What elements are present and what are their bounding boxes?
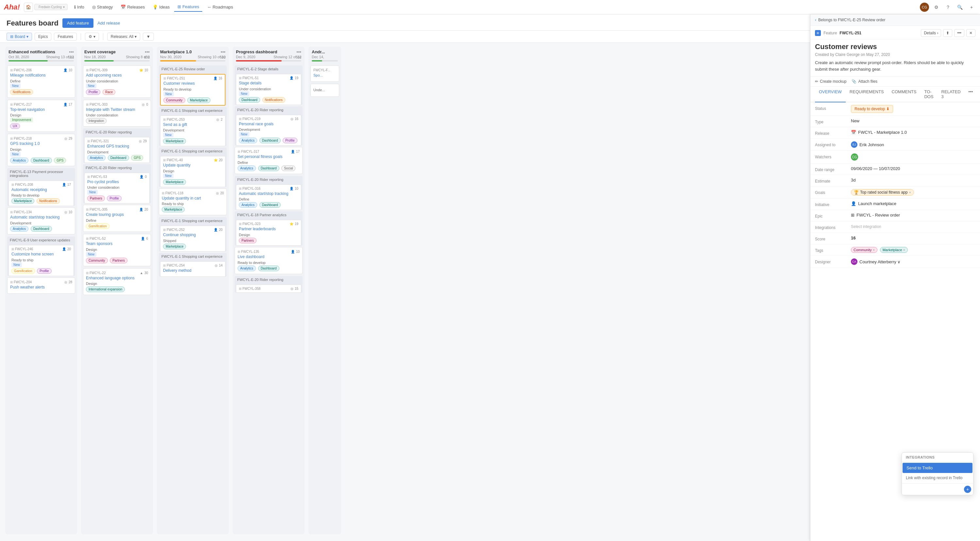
tags-label: Tags xyxy=(815,247,851,253)
assigned-value[interactable]: Erik Johnson xyxy=(859,142,884,147)
add-icon[interactable]: + xyxy=(967,3,976,12)
inner-card-fwcyl-316[interactable]: ⊞FWCYL-316 👤10 Automatic start/stop trac… xyxy=(236,185,301,210)
card-title[interactable]: GPS tracking 1.0 xyxy=(10,141,72,147)
integrations-placeholder[interactable]: Select integration xyxy=(851,224,881,229)
card-fwcyl-134[interactable]: ⊞FWCYL-134 ◎10 Automatic start/stop trac… xyxy=(7,207,75,235)
close-button[interactable]: ✕ xyxy=(966,29,975,37)
inner-card-fwcyl-40[interactable]: ⊞FWCYL-40 ⭐20 Update quantity Design New… xyxy=(160,156,226,187)
watchers-label: Watchers xyxy=(815,153,851,159)
tab-related[interactable]: RELATED 3 xyxy=(937,87,965,102)
card-fwcyl-22[interactable]: ⊞FWCYL-22 ▲30 Enhanced language options … xyxy=(83,268,151,295)
epic-label: Epic xyxy=(815,212,851,219)
link-existing-text[interactable]: Link with existing record in Trello xyxy=(902,474,973,484)
tab-more-icon[interactable]: ••• xyxy=(965,87,977,102)
card-fwcyl-317[interactable]: ⊞FWCYL-317 👤17 Set personal fitness goal… xyxy=(235,147,302,174)
attach-files-button[interactable]: 📎 Attach files xyxy=(851,79,877,84)
card-group-fwcyl-e-13: FWCYL-E-13 Payment processor integration… xyxy=(7,168,75,206)
create-mockup-button[interactable]: ✏ Create mockup xyxy=(815,79,846,84)
inner-card-fwcyl-358[interactable]: ⊞FWCYL-358 ◎15 xyxy=(236,284,301,293)
breadcrumb-back-icon[interactable]: ‹ xyxy=(815,18,816,22)
more-button[interactable]: ••• xyxy=(954,29,964,37)
date-value[interactable]: 09/06/2020 — 10/07/2020 xyxy=(851,166,900,171)
field-designer: Designer CA Courtney Atterberry ∨ xyxy=(810,256,980,268)
column-menu-icon[interactable]: ••• xyxy=(221,50,226,54)
card-title[interactable]: Top-level navigation xyxy=(10,107,72,113)
help-icon[interactable]: ? xyxy=(943,3,953,12)
features-view-button[interactable]: Features xyxy=(54,33,76,41)
inner-card-fwcyl-246[interactable]: ⊞FWCYL-246 👤20 Customize home screen Rea… xyxy=(8,245,74,276)
inner-card-fwcyl-208[interactable]: ⊞FWCYL-208 👤17 Automatic receipting Read… xyxy=(8,180,74,206)
settings-icon[interactable]: ⚙ xyxy=(932,3,941,12)
card-fwcyl-303[interactable]: ⊞FWCYL-303 ◎0 Integrate with Twitter str… xyxy=(83,100,151,127)
column-menu-icon[interactable]: ••• xyxy=(145,50,150,54)
card-fwcyl-206[interactable]: ⊞FWCYL-206 👤10 Mileage notifications Def… xyxy=(7,65,75,98)
inner-card-fwcyl-321[interactable]: ⊞FWCYL-321 ◎29 Enhanced GPS tracking Dev… xyxy=(84,137,150,163)
home-button[interactable]: 🏠 xyxy=(24,3,33,12)
page-title: Features board xyxy=(6,19,59,27)
tab-requirements[interactable]: REQUIREMENTS xyxy=(846,87,888,102)
tab-overview[interactable]: OVERVIEW xyxy=(815,87,846,102)
card-group-fwcyl-e-20: FWCYL-E-20 Rider reporting ⊞FWCYL-321 ◎2… xyxy=(83,129,151,163)
status-badge[interactable]: Ready to develop ⬇ xyxy=(851,105,893,113)
card-fwcyl-52[interactable]: ⊞FWCYL-52 👤6 Team sponsors Design New Co… xyxy=(83,234,151,266)
column-event-coverage: Event coverage ••• Nov 18, 2020 Showing … xyxy=(81,47,153,534)
column-menu-icon[interactable]: ••• xyxy=(296,50,301,54)
card-fwcyl-217[interactable]: ⊞FWCYL-217 👤17 Top-level navigation Desi… xyxy=(7,100,75,132)
inner-card-fwcyl-253[interactable]: ⊞FWCYL-253 ◎2 Send as a gift Development… xyxy=(160,115,226,147)
settings-button[interactable]: ⚙ ▾ xyxy=(85,33,99,41)
card-fwcyl-204[interactable]: ⊞FWCYL-204 ◎28 Push weather alerts xyxy=(7,278,75,294)
release-value[interactable]: FWCYL - Marketplace 1.0 xyxy=(858,130,907,135)
filter-button[interactable]: ▼ xyxy=(143,33,154,41)
goal-tag[interactable]: 🏆 Top rated social fitness app × xyxy=(851,189,914,196)
search-icon[interactable]: 🔍 xyxy=(955,3,964,12)
inner-card-fwcyl-254[interactable]: ⊞FWCYL-254 ◎14 Delivery method xyxy=(160,261,226,277)
card-fwcyl-218[interactable]: ⊞FWCYL-218 ◎29 GPS tracking 1.0 Design N… xyxy=(7,134,75,166)
inner-card-fwcyl-323[interactable]: ⊞FWCYL-323 ⭐19 Partner leaderboards Desi… xyxy=(236,220,301,246)
inner-card-fwcyl-51[interactable]: ⊞FWCYL-51 👤19 Stage details Under consid… xyxy=(236,74,301,105)
tag-marketplace[interactable]: Marketplace × xyxy=(880,247,908,253)
card-android-2[interactable]: Unde... xyxy=(310,84,339,97)
user-avatar[interactable]: CG xyxy=(920,3,929,12)
tab-comments[interactable]: COMMENTS xyxy=(888,87,921,102)
column-menu-icon[interactable]: ••• xyxy=(69,50,74,54)
releases-filter-button[interactable]: Releases: All ▾ xyxy=(107,33,140,41)
status-label: Status xyxy=(815,105,851,111)
nav-item-features[interactable]: ⊞ Features xyxy=(174,2,202,12)
add-feature-button[interactable]: Add feature xyxy=(62,18,94,28)
card-android-1[interactable]: FWCYL-F... Spo... xyxy=(310,65,339,82)
nav-item-ideas[interactable]: 💡 Ideas xyxy=(150,3,173,11)
workspace-dropdown[interactable]: Fredwin Cycling ▾ xyxy=(34,4,68,10)
tag-community[interactable]: Community × xyxy=(851,247,877,253)
nav-item-strategy[interactable]: ◎ Strategy xyxy=(89,3,116,11)
assigned-avatar: EJ xyxy=(851,141,858,148)
inner-card-fwcyl-251[interactable]: ⊞FWCYL-251 👤16 Customer reviews Ready to… xyxy=(160,74,226,105)
send-to-trello-button[interactable]: Send to Trello xyxy=(902,463,972,473)
inner-card-fwcyl-53[interactable]: ⊞FWCYL-53 👤0 Pro cyclist profiles Under … xyxy=(84,173,150,204)
card-fwcyl-309[interactable]: ⊞FWCYL-309 ⭐10 Add upcoming races Under … xyxy=(83,65,151,98)
board-view-button[interactable]: ⊞ Board ▾ xyxy=(6,33,32,41)
add-release-button[interactable]: Add release xyxy=(97,21,120,26)
inner-card-fwcyl-219[interactable]: ⊞FWCYL-219 ◎16 Personal race goals Devel… xyxy=(236,115,301,146)
designer-label: Designer xyxy=(815,259,851,264)
card-fwcyl-135[interactable]: ⊞FWCYL-135 👤10 Live dashboard Ready to d… xyxy=(235,247,302,274)
estimate-value[interactable]: 3d xyxy=(851,178,856,182)
integrations-add-button[interactable]: + xyxy=(964,486,971,493)
nav-right: CG ⚙ ? 🔍 + xyxy=(920,3,976,12)
card-fwcyl-118[interactable]: ⊞FWCYL-118 ◎20 Update quantity in cart R… xyxy=(159,188,227,215)
designer-value[interactable]: Courtney Atterberry ∨ xyxy=(859,259,900,264)
inner-card-fwcyl-252[interactable]: ⊞FWCYL-252 👤20 Continue shopping Shipped… xyxy=(160,226,226,252)
details-button[interactable]: Details › xyxy=(921,29,941,37)
app-logo[interactable]: Aha! xyxy=(4,3,20,11)
nav-item-info[interactable]: ℹ Info xyxy=(71,3,88,11)
initiative-value[interactable]: Launch marketplace xyxy=(858,201,896,206)
column-android: Andr... Dec 14, FWCYL-F... Spo... Unde..… xyxy=(309,47,341,534)
card-fwcyl-305[interactable]: ⊞FWCYL-305 👤20 Create touring groups Def… xyxy=(83,205,151,232)
tab-todos[interactable]: TO-DOS xyxy=(920,87,937,102)
epic-value[interactable]: FWCYL - Review order xyxy=(856,212,900,217)
designer-avatar: CA xyxy=(851,259,858,265)
card-title[interactable]: Mileage notifications xyxy=(10,73,72,78)
share-button[interactable]: ⬆ xyxy=(943,29,952,37)
nav-item-releases[interactable]: 📅 Releases xyxy=(117,3,148,11)
nav-item-roadmaps[interactable]: ↔ Roadmaps xyxy=(204,3,236,11)
epics-view-button[interactable]: Epics xyxy=(35,33,51,41)
